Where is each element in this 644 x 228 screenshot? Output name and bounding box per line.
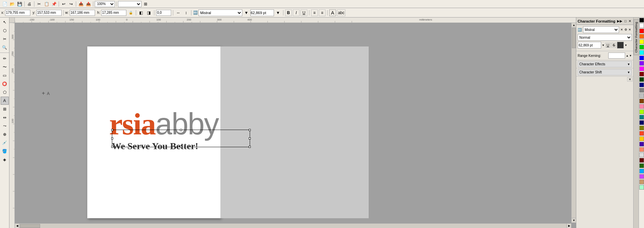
panel-strikethrough-btn[interactable]: S	[611, 43, 616, 47]
panel-underline-btn[interactable]: U	[605, 43, 611, 47]
redo-btn[interactable]: ↪	[68, 1, 74, 7]
import-btn[interactable]: 📥	[78, 1, 84, 7]
color-swatch-brown[interactable]	[639, 99, 644, 103]
smart-draw-btn[interactable]: 〜	[1, 63, 9, 71]
panel-style-select[interactable]: Normal	[578, 34, 632, 41]
mirror-h-btn[interactable]: ↔	[175, 9, 182, 16]
color-swatch-cyan[interactable]	[639, 50, 644, 55]
interactive-fill-btn[interactable]: ◈	[1, 156, 9, 164]
panel-color-btn[interactable]	[617, 42, 624, 48]
font-select[interactable]: Mistral	[198, 9, 242, 16]
paste-btn[interactable]: 📌	[51, 1, 57, 7]
color-swatch-darkred[interactable]	[639, 72, 644, 76]
font-dropdown-btn[interactable]: ▼	[243, 9, 250, 16]
rectangle-tool-btn[interactable]: ▭	[1, 71, 9, 79]
color-swatch-orange[interactable]	[639, 34, 644, 39]
guides-btn[interactable]: ⊞	[142, 1, 149, 7]
crop-tool-btn[interactable]: ✂	[1, 35, 9, 43]
abc-btn[interactable]: abc	[337, 9, 345, 16]
scroll-hthumb[interactable]	[20, 224, 40, 228]
panel-bottom-close-btn[interactable]: ✕	[627, 77, 633, 82]
color-swatch-lightgray[interactable]	[639, 93, 644, 98]
panel-restore-btn[interactable]: □	[624, 19, 627, 23]
color-swatch-purple[interactable]	[639, 61, 644, 66]
undo-btn[interactable]: ↩	[60, 1, 67, 7]
open-btn[interactable]: 📂	[9, 1, 16, 7]
color-swatch-darkblue[interactable]	[639, 83, 644, 87]
color-swatch-indigo[interactable]	[639, 142, 644, 146]
cut-btn[interactable]: ✂	[36, 1, 42, 7]
panel-font-close2-btn[interactable]: ✕	[628, 28, 632, 31]
panel-close-btn[interactable]: ✕	[628, 19, 632, 23]
color-swatch-olive[interactable]	[639, 126, 644, 130]
save-btn[interactable]: 💾	[16, 1, 23, 7]
color-swatch-yellow[interactable]	[639, 39, 644, 44]
color-swatch-pink[interactable]	[639, 104, 644, 109]
scroll-up-btn[interactable]: ▲	[572, 23, 576, 28]
color-swatch-green[interactable]	[639, 45, 644, 50]
color-swatch-forest[interactable]	[639, 163, 644, 168]
underline-btn[interactable]: U	[301, 9, 307, 16]
color-swatch-teal[interactable]	[639, 115, 644, 120]
freehand-tool-btn[interactable]: ✏	[1, 55, 9, 63]
panel-size-dropdown-btn[interactable]: ▼	[602, 44, 605, 47]
bold-btn[interactable]: B	[285, 9, 292, 16]
color-swatch-silver[interactable]	[639, 153, 644, 157]
color-swatch-violet[interactable]	[639, 174, 644, 179]
y-input[interactable]	[36, 10, 62, 16]
mirror-v-btn[interactable]: ↕	[183, 9, 189, 16]
char-effects-header[interactable]: Character Effects ▼	[578, 61, 632, 67]
export-btn[interactable]: 📤	[85, 1, 92, 7]
kerning-spin-down[interactable]: ▼	[629, 54, 632, 57]
scrollbar-horizontal[interactable]: ◀ ▶	[15, 223, 571, 228]
zoom-tool-btn[interactable]: 🔍	[1, 43, 9, 52]
select-tool-btn[interactable]: ↖	[1, 18, 9, 26]
italic-btn[interactable]: I	[293, 9, 300, 16]
kerning-input[interactable]	[608, 53, 625, 59]
char-shift-header[interactable]: Character Shift ▼	[578, 69, 632, 75]
font-size-dropdown-btn[interactable]: ▼	[275, 9, 281, 16]
color-swatch-magenta[interactable]	[639, 66, 644, 71]
eyedropper-btn[interactable]: 💉	[1, 139, 9, 147]
char-format-tab[interactable]: Character Formatting	[634, 20, 639, 55]
color-swatch-darkgreen[interactable]	[639, 77, 644, 82]
scroll-thumb[interactable]	[572, 28, 576, 48]
kerning-spin-up[interactable]: ▲	[626, 54, 628, 57]
table-tool-btn[interactable]: ⊞	[1, 105, 9, 113]
font-size-input[interactable]	[250, 9, 274, 16]
color-swatch-salmon[interactable]	[639, 147, 644, 152]
h-input[interactable]	[101, 10, 126, 16]
color-swatch-gray[interactable]	[639, 88, 644, 93]
scroll-down-btn[interactable]: ▼	[572, 218, 576, 223]
color-swatch-blue[interactable]	[639, 56, 644, 60]
panel-font-select[interactable]: Mistral	[583, 26, 619, 33]
snap-select[interactable]	[118, 1, 142, 7]
lock-ratio-btn[interactable]: 🔒	[127, 9, 134, 16]
color-swatch-navy[interactable]	[639, 120, 644, 125]
color-swatch-coral[interactable]	[639, 131, 644, 136]
panel-size-input[interactable]	[578, 42, 601, 48]
color-swatch-lime[interactable]	[639, 109, 644, 114]
color-swatch-red[interactable]	[639, 29, 644, 33]
rotation-input[interactable]	[156, 10, 171, 16]
fill-tool-btn[interactable]: 🪣	[1, 147, 9, 155]
copy-btn[interactable]: 📋	[43, 1, 50, 7]
scroll-left-btn[interactable]: ◀	[15, 224, 20, 228]
connector-tool-btn[interactable]: ⤳	[1, 122, 9, 130]
panel-color-dropdown-btn[interactable]: ▼	[624, 44, 627, 47]
align-right-btn[interactable]: ◨	[146, 9, 152, 16]
color-swatch-mint[interactable]	[639, 185, 644, 190]
blend-tool-btn[interactable]: ⊕	[1, 130, 9, 138]
print-btn[interactable]: 🖨	[26, 1, 33, 7]
color-swatch-gold[interactable]	[639, 136, 644, 141]
scroll-right-btn[interactable]: ▶	[566, 224, 571, 228]
color-swatch-tan[interactable]	[639, 180, 644, 184]
color-swatch-maroon[interactable]	[639, 158, 644, 163]
color-swatch-white[interactable]	[639, 23, 644, 28]
panel-menu-btn[interactable]: ▶▶	[616, 19, 623, 23]
panel-font-close-btn[interactable]: ✕	[620, 28, 624, 31]
scrollbar-vertical[interactable]: ▲ ▼	[571, 23, 576, 223]
parallel-dim-btn[interactable]: ⇔	[1, 113, 9, 122]
text-format-btn[interactable]: ≡	[319, 9, 326, 16]
zoom-select[interactable]: 100%	[95, 1, 115, 7]
